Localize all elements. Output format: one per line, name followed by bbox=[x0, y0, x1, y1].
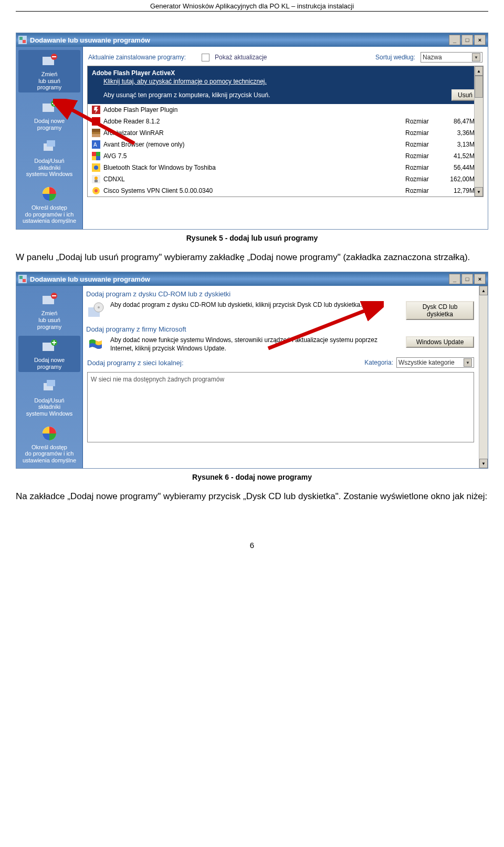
header-rule bbox=[16, 11, 488, 12]
svg-rect-23 bbox=[92, 152, 96, 156]
sort-dropdown[interactable]: Nazwa▼ bbox=[421, 52, 482, 63]
chevron-down-icon: ▼ bbox=[472, 53, 480, 61]
sidebar-item-add-new[interactable]: Dodaj noweprogramy bbox=[18, 97, 80, 132]
sidebar: Zmieńlub usuńprogramy Dodaj noweprogramy… bbox=[16, 286, 83, 468]
sidebar-item-add-new[interactable]: Dodaj noweprogramy bbox=[18, 336, 80, 371]
box-add-icon bbox=[40, 98, 58, 116]
svg-text:A: A bbox=[93, 119, 97, 125]
vertical-scrollbar[interactable]: ▲ ▼ bbox=[479, 286, 488, 468]
cd-box-icon bbox=[87, 301, 105, 319]
maximize-button[interactable]: □ bbox=[461, 274, 473, 284]
svg-point-30 bbox=[94, 177, 98, 180]
svg-point-33 bbox=[94, 189, 98, 192]
label-show-updates: Pokaż aktualizacje bbox=[215, 54, 267, 61]
list-item[interactable]: AAdobe Reader 8.1.2Rozmiar86,47MB bbox=[88, 116, 483, 127]
svg-point-50 bbox=[98, 306, 100, 308]
vertical-scrollbar[interactable]: ▲ ▼ bbox=[474, 66, 483, 197]
box-remove-icon bbox=[40, 51, 58, 69]
flash-icon bbox=[92, 106, 100, 114]
sidebar-item-windows-components[interactable]: Dodaj/Usuńskładnikisystemu Windows bbox=[18, 137, 80, 179]
support-link[interactable]: Kliknij tutaj, aby uzyskać informacje o … bbox=[103, 78, 267, 85]
avant-icon: A bbox=[92, 140, 100, 149]
list-item[interactable]: Adobe Flash Player Plugin bbox=[88, 104, 483, 116]
sidebar: Zmieńlub usuńprogramy Dodaj noweprogramy… bbox=[16, 47, 83, 229]
show-updates-checkbox[interactable] bbox=[202, 54, 209, 61]
close-button[interactable]: × bbox=[474, 274, 486, 284]
empty-text: W sieci nie ma dostępnych żadnych progra… bbox=[91, 376, 224, 383]
category-dropdown[interactable]: Wszystkie kategorie▼ bbox=[396, 357, 474, 368]
program-list: Adobe Flash Player ActiveX Kliknij tutaj… bbox=[87, 66, 484, 197]
sidebar-item-program-access[interactable]: Określ dostępdo programów i ichustawieni… bbox=[18, 423, 80, 466]
label-installed: Aktualnie zainstalowane programy: bbox=[88, 54, 186, 61]
svg-rect-37 bbox=[23, 279, 26, 282]
list-item[interactable]: CDNXLRozmiar162,00MB bbox=[88, 173, 483, 185]
svg-rect-46 bbox=[47, 380, 55, 386]
cd-or-floppy-button[interactable]: Dysk CD lub dyskietka bbox=[406, 301, 474, 320]
scroll-thumb[interactable] bbox=[475, 76, 483, 98]
sidebar-item-windows-components[interactable]: Dodaj/Usuńskładnikisystemu Windows bbox=[18, 376, 80, 419]
list-item[interactable]: Bluetooth Stack for Windows by ToshibaRo… bbox=[88, 162, 483, 173]
cdnxl-icon bbox=[92, 175, 100, 183]
paragraph-1: W panelu „Dodaj lub usuń programy" wybie… bbox=[16, 251, 488, 264]
scroll-down-icon[interactable]: ▼ bbox=[479, 459, 488, 468]
scroll-up-icon[interactable]: ▲ bbox=[479, 286, 488, 295]
list-item[interactable]: Archiwizator WinRARRozmiar3,36MB bbox=[88, 127, 483, 139]
svg-rect-6 bbox=[52, 56, 56, 57]
windows-update-button[interactable]: Windows Update bbox=[406, 336, 474, 348]
paragraph-2: Na zakładce „Dodaj nowe programy" wybier… bbox=[16, 490, 488, 503]
label-category: Kategoria: bbox=[364, 359, 393, 366]
pdf-icon: A bbox=[92, 117, 100, 126]
app-icon bbox=[18, 275, 27, 283]
box-add-icon bbox=[40, 337, 58, 355]
list-item[interactable]: AAvant Browser (remove only)Rozmiar3,13M… bbox=[88, 139, 483, 150]
svg-rect-31 bbox=[94, 180, 98, 182]
doc-header: Generator Wniosków Aplikacyjnych dla PO … bbox=[16, 0, 488, 11]
svg-rect-24 bbox=[96, 152, 100, 156]
svg-point-28 bbox=[94, 166, 98, 170]
label-sort-by: Sortuj według: bbox=[375, 54, 415, 61]
svg-rect-25 bbox=[92, 156, 96, 160]
ms-text: Aby dodać nowe funkcje systemu Windows, … bbox=[110, 336, 401, 354]
scroll-down-icon[interactable]: ▼ bbox=[475, 187, 483, 197]
svg-rect-40 bbox=[52, 295, 56, 296]
minimize-button[interactable]: _ bbox=[449, 35, 460, 45]
list-item[interactable]: AVG 7.5Rozmiar41,52MB bbox=[88, 150, 483, 162]
app-icon bbox=[18, 36, 27, 44]
sidebar-item-program-access[interactable]: Określ dostępdo programów i ichustawieni… bbox=[18, 183, 80, 226]
box-remove-icon bbox=[40, 291, 58, 308]
sidebar-item-change-remove[interactable]: Zmieńlub usuńprogramy bbox=[18, 50, 80, 92]
filter-row: Aktualnie zainstalowane programy: Pokaż … bbox=[83, 47, 488, 66]
figure-caption-6: Rysunek 6 - dodaj nowe programy bbox=[16, 473, 488, 481]
program-access-icon bbox=[40, 185, 58, 203]
svg-rect-44 bbox=[54, 340, 55, 345]
list-item[interactable]: Cisco Systems VPN Client 5.0.00.0340Rozm… bbox=[88, 185, 483, 197]
svg-rect-1 bbox=[19, 37, 23, 40]
svg-rect-20 bbox=[92, 132, 100, 134]
svg-rect-2 bbox=[23, 40, 26, 43]
windows-components-icon bbox=[40, 138, 58, 156]
svg-text:A: A bbox=[93, 142, 97, 148]
bluetooth-icon bbox=[92, 163, 100, 172]
cisco-icon bbox=[92, 187, 100, 195]
svg-rect-10 bbox=[54, 101, 55, 106]
selected-program[interactable]: Adobe Flash Player ActiveX Kliknij tutaj… bbox=[88, 66, 483, 104]
winrar-icon bbox=[92, 129, 100, 137]
close-button[interactable]: × bbox=[474, 35, 486, 45]
windows-flag-icon bbox=[87, 336, 105, 354]
titlebar: Dodawanie lub usuwanie programów _ □ × bbox=[16, 272, 488, 286]
remove-hint: Aby usunąć ten program z komputera, klik… bbox=[103, 91, 452, 99]
minimize-button[interactable]: _ bbox=[449, 274, 460, 284]
window-add-remove-1: Dodawanie lub usuwanie programów _ □ × Z… bbox=[16, 33, 488, 230]
chevron-down-icon: ▼ bbox=[464, 358, 472, 367]
windows-components-icon bbox=[40, 378, 58, 396]
network-programs-box: W sieci nie ma dostępnych żadnych progra… bbox=[87, 372, 474, 442]
titlebar: Dodawanie lub usuwanie programów _ □ × bbox=[16, 33, 488, 47]
section-ms: Dodaj programy z firmy Microsoft bbox=[86, 325, 478, 333]
scroll-up-icon[interactable]: ▲ bbox=[475, 66, 483, 76]
maximize-button[interactable]: □ bbox=[461, 35, 473, 45]
page-number: 6 bbox=[16, 541, 488, 550]
selected-title: Adobe Flash Player ActiveX bbox=[92, 69, 175, 77]
svg-rect-12 bbox=[47, 140, 55, 147]
window-title: Dodawanie lub usuwanie programów bbox=[30, 36, 449, 44]
sidebar-item-change-remove[interactable]: Zmieńlub usuńprogramy bbox=[18, 289, 80, 332]
